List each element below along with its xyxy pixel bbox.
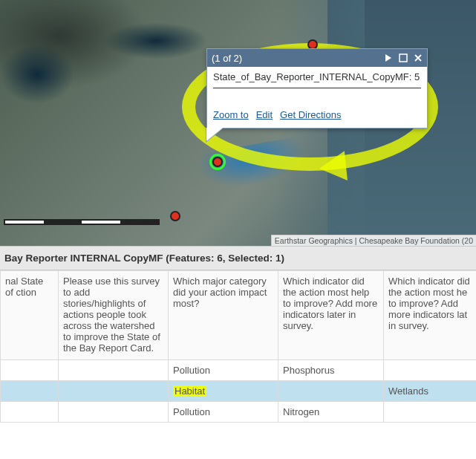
close-icon[interactable] bbox=[414, 53, 423, 62]
popup-title: State_of_Bay_Reporter_INTERNAL_CopyMF: 5 bbox=[213, 71, 421, 83]
zoom-to-link[interactable]: Zoom to bbox=[213, 109, 249, 120]
highlight: Habitat bbox=[173, 385, 206, 397]
table-cell[interactable] bbox=[1, 402, 59, 423]
table-cell[interactable] bbox=[1, 381, 59, 402]
map-marker[interactable] bbox=[212, 157, 223, 167]
column-header[interactable]: nal State of ction bbox=[1, 271, 59, 360]
svg-rect-0 bbox=[400, 54, 407, 62]
next-icon[interactable] bbox=[384, 53, 393, 62]
table-row[interactable]: PollutionPhosphorus bbox=[1, 360, 477, 381]
column-header[interactable]: Which major category did your action imp… bbox=[169, 271, 278, 360]
map-canvas[interactable]: Earthstar Geographics | Chesapeake Bay F… bbox=[0, 0, 476, 246]
attribute-table: Bay Reporter INTERNAL CopyMF (Features: … bbox=[0, 246, 476, 423]
column-header[interactable]: Please use this survey to add stories/hi… bbox=[59, 271, 169, 360]
column-header[interactable]: Which indicator did the action most help… bbox=[278, 271, 384, 360]
table-cell[interactable] bbox=[278, 381, 384, 402]
column-header[interactable]: Which indicator did the action most he t… bbox=[384, 271, 477, 360]
feature-popup: (1 of 2) State_of_Bay_Reporter_INTERNAL_… bbox=[206, 48, 428, 128]
popup-pager: (1 of 2) bbox=[212, 53, 242, 64]
maximize-icon[interactable] bbox=[399, 53, 408, 62]
scale-bar bbox=[4, 219, 160, 232]
table-cell[interactable] bbox=[59, 402, 169, 423]
feature-table[interactable]: nal State of ctionPlease use this survey… bbox=[0, 270, 476, 423]
table-cell[interactable] bbox=[384, 402, 477, 423]
table-cell[interactable]: Habitat bbox=[169, 381, 278, 402]
table-cell[interactable]: Pollution bbox=[169, 360, 278, 381]
table-row[interactable]: HabitatWetlands bbox=[1, 381, 477, 402]
table-row[interactable]: PollutionNitrogen bbox=[1, 402, 477, 423]
popup-header: (1 of 2) bbox=[207, 49, 427, 67]
table-title: Bay Reporter INTERNAL CopyMF (Features: … bbox=[0, 246, 476, 270]
table-cell[interactable] bbox=[384, 360, 477, 381]
table-cell[interactable]: Nitrogen bbox=[278, 402, 384, 423]
table-cell[interactable]: Pollution bbox=[169, 402, 278, 423]
edit-link[interactable]: Edit bbox=[256, 109, 273, 120]
table-cell[interactable] bbox=[59, 381, 169, 402]
get-directions-link[interactable]: Get Directions bbox=[280, 109, 341, 120]
map-marker[interactable] bbox=[170, 211, 180, 221]
map-attribution: Earthstar Geographics | Chesapeake Bay F… bbox=[271, 235, 476, 246]
table-cell[interactable] bbox=[1, 360, 59, 381]
table-cell[interactable]: Phosphorus bbox=[278, 360, 384, 381]
table-cell[interactable]: Wetlands bbox=[384, 381, 477, 402]
table-cell[interactable] bbox=[59, 360, 169, 381]
